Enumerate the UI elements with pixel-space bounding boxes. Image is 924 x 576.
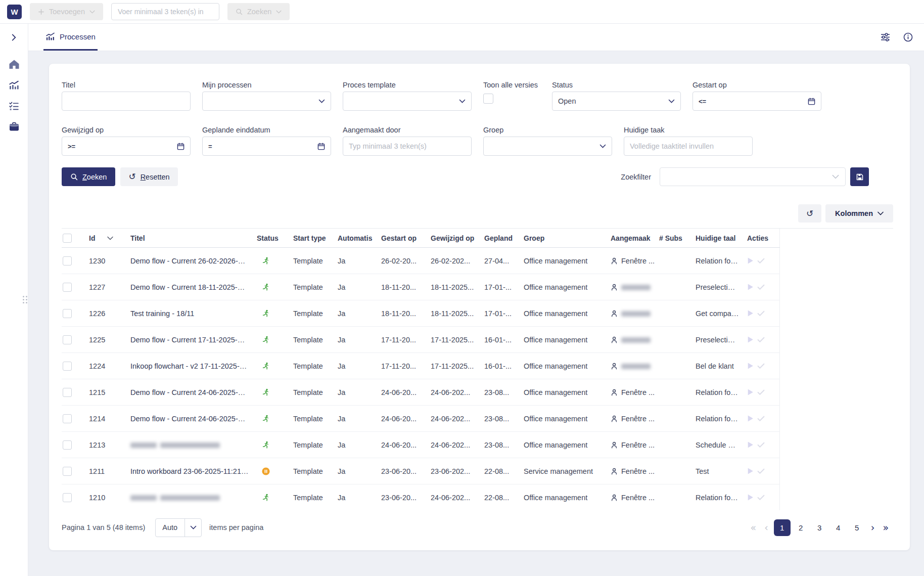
- play-action-icon[interactable]: [747, 362, 754, 370]
- row-checkbox[interactable]: [63, 309, 72, 318]
- status-select[interactable]: Open: [552, 92, 681, 111]
- table-row[interactable]: 1226 Test training - 18/11 Template Ja 1…: [62, 300, 779, 327]
- sidebar-item-home[interactable]: [9, 59, 20, 69]
- row-checkbox[interactable]: [63, 283, 72, 292]
- check-action-icon[interactable]: [757, 284, 765, 290]
- sidebar-expand-button[interactable]: [0, 24, 28, 51]
- cell-titel[interactable]: Demo flow - Current 24-06-2025-09...: [126, 406, 253, 432]
- cell-titel[interactable]: Demo flow - Current 18-11-2025-09:...: [126, 274, 253, 300]
- geplande-einddatum-date-input[interactable]: [217, 142, 317, 150]
- cell-titel[interactable]: Inkoop flowchart - v2 17-11-2025-15:...: [126, 353, 253, 379]
- row-checkbox[interactable]: [63, 256, 72, 265]
- resetten-button[interactable]: ↺ Resetten: [120, 167, 177, 186]
- column-header-groep[interactable]: Groep: [520, 229, 607, 248]
- play-action-icon[interactable]: [747, 283, 754, 291]
- column-header-gestart-op[interactable]: Gestart op: [377, 229, 427, 248]
- table-row[interactable]: 1211 Intro workboard 23-06-2025-11:21:0.…: [62, 458, 779, 484]
- cell-titel[interactable]: Intro workboard 23-06-2025-11:21:0...: [126, 458, 253, 484]
- table-row[interactable]: 1230 Demo flow - Current 26-02-2026-14:.…: [62, 248, 779, 274]
- cell-titel[interactable]: [126, 484, 253, 511]
- toevoegen-button[interactable]: Toevoegen: [30, 3, 103, 20]
- gestart-op-date-input[interactable]: [711, 97, 808, 105]
- sidebar-item-taken[interactable]: [9, 101, 20, 111]
- page-button-4[interactable]: 4: [830, 519, 847, 536]
- global-zoeken-button[interactable]: Zoeken: [227, 3, 290, 20]
- page-button-1[interactable]: 1: [774, 519, 791, 536]
- column-header-automatisch[interactable]: Automatis: [334, 229, 377, 248]
- grid-settings-button[interactable]: [881, 33, 890, 41]
- row-checkbox[interactable]: [63, 440, 72, 450]
- page-button-2[interactable]: 2: [793, 519, 809, 536]
- column-header-id[interactable]: Id: [85, 229, 126, 248]
- grid-reset-button[interactable]: ↺: [798, 204, 821, 223]
- column-header-huidige-taak[interactable]: Huidige taal: [691, 229, 743, 248]
- play-action-icon[interactable]: [747, 388, 754, 396]
- play-action-icon[interactable]: [747, 309, 754, 317]
- check-action-icon[interactable]: [757, 311, 765, 317]
- date-operator[interactable]: =: [208, 143, 212, 150]
- check-action-icon[interactable]: [757, 468, 765, 474]
- check-action-icon[interactable]: [757, 363, 765, 369]
- row-checkbox[interactable]: [63, 335, 72, 344]
- cell-titel[interactable]: [126, 432, 253, 458]
- cell-titel[interactable]: Demo flow - Current 26-02-2026-14:...: [126, 248, 253, 274]
- proces-template-select[interactable]: [343, 92, 472, 111]
- check-action-icon[interactable]: [757, 442, 765, 448]
- tab-processen[interactable]: Processen: [43, 24, 98, 51]
- column-header-status[interactable]: Status: [253, 229, 289, 248]
- gewijzigd-op-date-input[interactable]: [80, 142, 177, 150]
- global-search-input[interactable]: [111, 3, 219, 20]
- sidebar-item-dossiers[interactable]: [9, 122, 20, 131]
- first-page-button[interactable]: «: [747, 523, 760, 533]
- date-operator[interactable]: <=: [699, 98, 706, 105]
- column-header-aangemaakt[interactable]: Aangemaak: [607, 229, 655, 248]
- play-action-icon[interactable]: [747, 336, 754, 343]
- row-checkbox[interactable]: [63, 414, 72, 423]
- prev-page-button[interactable]: ‹: [761, 523, 772, 533]
- calendar-icon[interactable]: [808, 98, 815, 105]
- table-row[interactable]: 1224 Inkoop flowchart - v2 17-11-2025-15…: [62, 353, 779, 379]
- play-action-icon[interactable]: [747, 467, 754, 475]
- sidebar-item-processen[interactable]: [9, 80, 20, 90]
- save-zoekfilter-button[interactable]: [850, 167, 869, 186]
- check-action-icon[interactable]: [757, 495, 765, 501]
- page-size-select[interactable]: Auto: [155, 518, 202, 537]
- play-action-icon[interactable]: [747, 415, 754, 422]
- column-header-titel[interactable]: Titel: [126, 229, 253, 248]
- toon-alle-versies-checkbox[interactable]: [483, 94, 493, 104]
- info-button[interactable]: [903, 32, 913, 42]
- table-row[interactable]: 1225 Demo flow - Current 17-11-2025-15:.…: [62, 327, 779, 353]
- groep-select[interactable]: [483, 137, 612, 156]
- cell-titel[interactable]: Demo flow - Current 17-11-2025-15:...: [126, 327, 253, 353]
- table-row[interactable]: 1214 Demo flow - Current 24-06-2025-09..…: [62, 406, 779, 432]
- column-header-start-type[interactable]: Start type: [289, 229, 334, 248]
- huidige-taak-input[interactable]: [630, 142, 747, 150]
- mijn-processen-select[interactable]: [202, 92, 331, 111]
- play-action-icon[interactable]: [747, 441, 754, 449]
- row-checkbox[interactable]: [63, 467, 72, 476]
- row-checkbox[interactable]: [63, 493, 72, 502]
- table-row[interactable]: 1215 Demo flow - Current 24-06-2025-09..…: [62, 379, 779, 406]
- page-button-3[interactable]: 3: [811, 519, 828, 536]
- column-header-gewijzigd-op[interactable]: Gewijzigd op: [427, 229, 480, 248]
- column-header-subs[interactable]: # Subs: [655, 229, 691, 248]
- zoeken-button[interactable]: Zoeken: [62, 167, 115, 186]
- play-action-icon[interactable]: [747, 494, 754, 501]
- next-page-button[interactable]: ›: [867, 523, 879, 533]
- cell-titel[interactable]: Test training - 18/11: [126, 300, 253, 327]
- play-action-icon[interactable]: [747, 257, 754, 264]
- aangemaakt-door-input[interactable]: [349, 142, 466, 150]
- page-button-5[interactable]: 5: [849, 519, 865, 536]
- zoekfilter-select[interactable]: [660, 167, 846, 186]
- calendar-icon[interactable]: [317, 143, 325, 150]
- table-row[interactable]: 1227 Demo flow - Current 18-11-2025-09:.…: [62, 274, 779, 300]
- table-row[interactable]: 1213 Template Ja 24-06-20... 24-06-202..…: [62, 432, 779, 458]
- row-checkbox[interactable]: [63, 388, 72, 397]
- cell-titel[interactable]: Demo flow - Current 24-06-2025-09...: [126, 379, 253, 406]
- table-row[interactable]: 1210 Template Ja 23-06-20... 24-06-202..…: [62, 484, 779, 511]
- select-all-checkbox[interactable]: [63, 234, 72, 243]
- row-checkbox[interactable]: [63, 362, 72, 371]
- column-header-gepland[interactable]: Gepland: [480, 229, 520, 248]
- calendar-icon[interactable]: [177, 143, 184, 150]
- check-action-icon[interactable]: [757, 389, 765, 395]
